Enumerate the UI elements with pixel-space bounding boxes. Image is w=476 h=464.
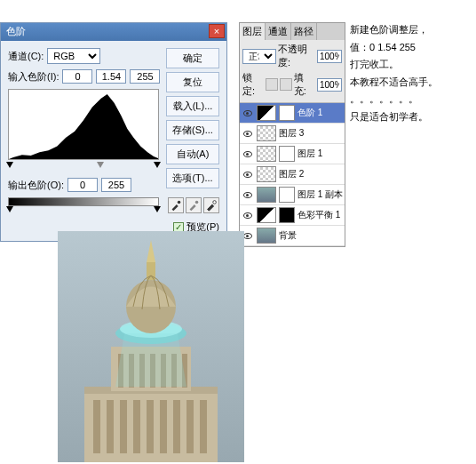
output-levels-label: 输出色阶(O): <box>8 179 64 192</box>
input-mid-field[interactable] <box>96 69 126 84</box>
layer-item[interactable]: 色阶 1 <box>240 103 345 124</box>
out-black-slider[interactable] <box>6 206 13 212</box>
output-gradient <box>8 197 159 206</box>
histogram <box>8 89 159 160</box>
channel-select[interactable]: RGB <box>47 48 100 64</box>
layers-panel: 图层 通道 路径 正常 不透明度: 锁定: 填充: 色阶 1 图层 3 <box>239 22 345 247</box>
visibility-icon[interactable] <box>242 168 254 180</box>
visibility-icon[interactable] <box>242 209 254 221</box>
layer-mask <box>279 207 295 223</box>
text-line: 只是适合初学者。 <box>350 109 474 125</box>
layer-thumb <box>257 105 276 121</box>
layer-name: 图层 1 副本 <box>298 188 343 201</box>
svg-point-2 <box>195 201 199 204</box>
svg-rect-13 <box>173 400 180 453</box>
svg-point-3 <box>213 201 217 204</box>
auto-button[interactable]: 自动(A) <box>166 144 219 164</box>
layer-thumb <box>257 125 276 141</box>
layer-list: 色阶 1 图层 3 图层 1 图层 2 图层 1 副本 色 <box>240 103 345 246</box>
fill-field[interactable] <box>317 78 342 92</box>
close-icon[interactable]: × <box>209 24 225 38</box>
svg-rect-15 <box>200 400 207 453</box>
layer-thumb <box>257 207 276 223</box>
reset-button[interactable]: 复位 <box>166 72 219 92</box>
eyedropper-black-icon[interactable] <box>168 197 184 213</box>
visibility-icon[interactable] <box>242 127 254 140</box>
lock-paint-icon[interactable] <box>280 78 292 91</box>
layer-name: 图层 1 <box>298 148 322 160</box>
output-white-field[interactable] <box>101 178 131 192</box>
layer-thumb <box>257 228 276 244</box>
svg-rect-7 <box>93 400 100 453</box>
ok-button[interactable]: 确定 <box>166 48 219 68</box>
layer-item[interactable]: 背景 <box>240 226 345 246</box>
load-button[interactable]: 载入(L)... <box>166 96 219 116</box>
visibility-icon[interactable] <box>242 188 254 201</box>
out-white-slider[interactable] <box>154 206 161 212</box>
black-slider[interactable] <box>6 162 13 168</box>
svg-rect-10 <box>133 400 140 453</box>
svg-rect-9 <box>120 400 127 453</box>
visibility-icon[interactable] <box>242 107 254 119</box>
output-sliders[interactable] <box>8 206 159 213</box>
tab-layers[interactable]: 图层 <box>240 23 266 40</box>
visibility-icon[interactable] <box>242 148 254 160</box>
layer-item[interactable]: 图层 1 副本 <box>240 185 345 205</box>
text-line: 新建色阶调整层， <box>350 22 474 38</box>
layer-thumb <box>257 187 276 203</box>
input-black-field[interactable] <box>62 69 92 84</box>
panel-tabs: 图层 通道 路径 <box>240 23 345 40</box>
layer-thumb <box>257 166 276 182</box>
lock-trans-icon[interactable] <box>266 78 278 91</box>
text-line: 值：0 1.54 255 <box>350 40 474 56</box>
lock-label: 锁定: <box>242 71 264 98</box>
layer-thumb <box>257 146 276 162</box>
input-white-field[interactable] <box>130 69 160 84</box>
text-line: 。。。。。。。 <box>350 92 474 108</box>
opacity-field[interactable] <box>317 50 342 63</box>
svg-rect-8 <box>107 400 114 453</box>
opacity-label: 不透明度: <box>278 43 315 69</box>
eyedropper-gray-icon[interactable] <box>186 197 202 213</box>
result-image <box>58 231 244 462</box>
save-button[interactable]: 存储(S)... <box>166 120 219 140</box>
layer-item[interactable]: 图层 1 <box>240 144 345 164</box>
output-black-field[interactable] <box>67 178 98 192</box>
fill-label: 填充: <box>294 71 315 98</box>
layer-mask <box>279 146 295 162</box>
tab-paths[interactable]: 路径 <box>291 23 317 40</box>
options-button[interactable]: 选项(T)... <box>166 168 219 188</box>
svg-rect-11 <box>147 400 154 453</box>
dialog-titlebar[interactable]: 色阶 × <box>1 23 226 41</box>
eyedropper-white-icon[interactable] <box>203 197 219 213</box>
layer-mask <box>279 105 295 121</box>
svg-point-1 <box>178 201 181 204</box>
dialog-title-text: 色阶 <box>6 26 26 36</box>
layer-name: 背景 <box>279 229 297 242</box>
layer-name: 色阶 1 <box>298 107 322 119</box>
svg-rect-12 <box>160 400 167 453</box>
layer-name: 图层 3 <box>279 127 304 140</box>
text-line: 打完收工。 <box>350 57 474 73</box>
layer-name: 色彩平衡 1 <box>298 209 340 221</box>
layer-item[interactable]: 图层 3 <box>240 124 345 144</box>
tab-channels[interactable]: 通道 <box>266 23 291 40</box>
layer-mask <box>279 187 295 203</box>
levels-dialog: 色阶 × 通道(C): RGB 输入色阶(I): <box>0 22 227 242</box>
layer-item[interactable]: 色彩平衡 1 <box>240 205 345 226</box>
mid-slider[interactable] <box>97 162 104 168</box>
blend-mode-select[interactable]: 正常 <box>242 49 276 64</box>
input-levels-label: 输入色阶(I): <box>8 70 59 84</box>
channel-label: 通道(C): <box>8 50 44 63</box>
layer-item[interactable]: 图层 2 <box>240 164 345 185</box>
text-line: 本教程不适合高手。 <box>350 75 474 91</box>
input-sliders[interactable] <box>8 162 159 169</box>
svg-rect-14 <box>186 400 194 453</box>
svg-marker-0 <box>9 94 158 159</box>
tutorial-text: 新建色阶调整层， 值：0 1.54 255 打完收工。 本教程不适合高手。 。。… <box>350 22 474 127</box>
white-slider[interactable] <box>154 162 161 168</box>
layer-name: 图层 2 <box>279 168 304 180</box>
